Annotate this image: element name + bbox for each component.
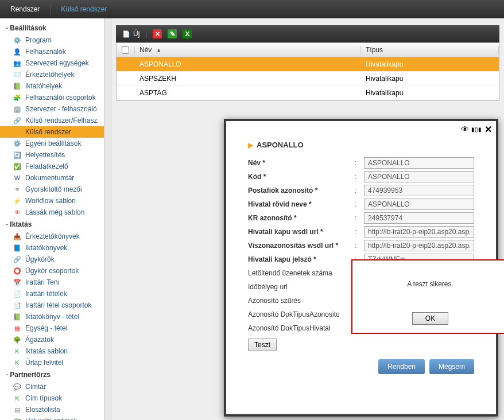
sidebar-item-icon: 🏢 — [13, 104, 22, 114]
label-letolt: Letöltendő üzenetek száma — [248, 269, 355, 277]
sidebar-item-label: Érkeztetőhelyek — [25, 71, 74, 79]
sidebar-item-label: Felhasználók — [25, 48, 66, 56]
toolbar-sep: | — [145, 30, 147, 38]
sidebar-item[interactable]: ▤Elosztólista — [0, 404, 104, 415]
sidebar-item[interactable]: 👥Szervezeti egységek — [0, 57, 104, 69]
tab-rendszer[interactable]: Rendszer — [0, 0, 50, 18]
sidebar-item[interactable]: ≡Gyorskitöltő mezői — [0, 184, 104, 195]
sidebar-item-label: Szervezeti egységek — [25, 59, 89, 67]
sidebar-section-title[interactable]: Beállítások — [0, 22, 104, 34]
sidebar-item[interactable]: 🌳Ágazatok — [0, 334, 104, 345]
tab-kulso-rendszer[interactable]: Külső rendszer — [51, 0, 117, 18]
sidebar-section-title[interactable]: Iktatás — [0, 218, 104, 231]
edit-button[interactable]: ✎ — [168, 29, 177, 38]
sidebar-item[interactable]: ✉️Érkeztetőhelyek — [0, 69, 104, 80]
sidebar-item[interactable]: 📅Irattári Terv — [0, 277, 104, 288]
sidebar-item[interactable]: 🧩Felhasználói csoportok — [0, 92, 104, 103]
sidebar-item-icon: 📗 — [13, 312, 22, 321]
sidebar-item-icon: 🔗 — [13, 255, 22, 264]
sidebar-item-label: Egyéni beállítások — [25, 139, 81, 147]
sidebar-item-label: Elosztólista — [25, 406, 60, 414]
sidebar-item-icon: ≡ — [13, 185, 22, 194]
input-nev[interactable] — [364, 157, 474, 169]
sidebar-item[interactable]: 👤Felhasználók — [0, 46, 104, 57]
barcode-icon[interactable]: ▮▯▮ — [472, 125, 481, 134]
sidebar-item-icon: K — [13, 358, 22, 367]
sidebar-item[interactable]: KIktatás sablon — [0, 345, 104, 357]
sidebar-item[interactable]: 📥Érkeztetőkönyvek — [0, 231, 104, 242]
sidebar-item[interactable]: 🔗Külső rendszer/Felhasz — [0, 115, 104, 126]
input-viszon[interactable] — [364, 240, 474, 251]
sidebar-item[interactable]: 🔄Helyettesítés — [0, 149, 104, 161]
label-postafiok: Postafiók azonosító * — [248, 186, 355, 195]
sort-asc-icon: ▲ — [156, 47, 161, 53]
sidebar-item-label: Gyorskitöltő mezői — [25, 185, 82, 193]
alert-box: A teszt sikeres. OK — [351, 259, 504, 334]
sidebar-item-icon: 📥 — [13, 232, 22, 241]
grid-header-checkbox[interactable] — [117, 46, 135, 54]
sidebar-item-icon: 👤 — [13, 47, 22, 56]
sidebar-item[interactable]: ●Külső rendszer — [0, 126, 104, 138]
sidebar-item[interactable]: 🗺Helyrajzi számok — [0, 415, 104, 420]
export-button[interactable]: X — [183, 29, 192, 38]
row-name-cell: ASPTAG — [135, 89, 361, 97]
sidebar-item[interactable]: 🏢Szervezet - felhasználó — [0, 103, 104, 115]
sidebar-item[interactable]: WDokumentumtár — [0, 172, 104, 184]
table-row[interactable]: ASPSZEKHHivatalikapu — [117, 72, 499, 86]
sidebar-item-label: Helyrajzi számok — [25, 417, 77, 420]
sidebar-item-label: Külső rendszer — [25, 128, 71, 136]
sidebar-item[interactable]: 🔗Ügykörök — [0, 254, 104, 265]
input-postafiok[interactable] — [364, 185, 474, 196]
sidebar-item-icon: 📗 — [13, 81, 22, 91]
delete-button[interactable]: ✕ — [153, 29, 162, 38]
sidebar-item-icon: 🌳 — [13, 335, 22, 344]
grid-header-name[interactable]: Név ▲ — [135, 46, 361, 54]
input-wsdl[interactable] — [364, 226, 474, 238]
sidebar-section-title[interactable]: Partnertörzs — [0, 368, 104, 381]
grid-toolbar: 📄 Új | ✕ ✎ X — [116, 25, 499, 42]
new-button[interactable]: 📄 Új — [122, 29, 139, 38]
sidebar-item[interactable]: ⚡Workflow sablon — [0, 195, 104, 207]
table-row[interactable]: ASPONALLOHivatalikapu — [117, 57, 499, 72]
sidebar-item-icon: ▤ — [13, 405, 22, 414]
table-row[interactable]: ASPTAGHivatalikapu — [117, 86, 499, 100]
sidebar-item-icon: 📘 — [13, 243, 22, 252]
input-kod[interactable] — [364, 171, 474, 182]
input-kr[interactable] — [364, 212, 474, 224]
close-icon[interactable]: ✕ — [483, 125, 493, 134]
sidebar-item[interactable]: 💬Címtár — [0, 381, 104, 392]
eye-icon[interactable]: 👁 — [460, 125, 470, 134]
sidebar-item[interactable]: ⚙️Egyéni beállítások — [0, 138, 104, 149]
sidebar-item[interactable]: KCím típusok — [0, 392, 104, 404]
sidebar-item-label: Érkeztetőkönyvek — [25, 232, 80, 240]
grid-header-type[interactable]: Típus — [361, 46, 499, 54]
sidebar-item[interactable]: 📘Iktatókönyvek — [0, 242, 104, 254]
sidebar-item[interactable]: ⭕Ügykör csoportok — [0, 265, 104, 277]
sidebar-item[interactable]: ▦Egység - tétel — [0, 322, 104, 334]
rendben-button[interactable]: Rendben — [378, 359, 425, 374]
sidebar-item[interactable]: 👁Lássák még sablon — [0, 207, 104, 218]
sidebar-item[interactable]: KŰrlap felvitel — [0, 357, 104, 368]
sidebar-item[interactable]: ✅Feladatkezelő — [0, 161, 104, 172]
sidebar-item[interactable]: 📗Iktatókönyv - tétel — [0, 311, 104, 322]
content-scroll-gutter[interactable] — [104, 18, 111, 420]
sidebar-item-icon: ✅ — [13, 162, 22, 171]
alert-ok-button[interactable]: OK — [412, 312, 448, 325]
sidebar-item[interactable]: 📑Irattári tétel csoportok — [0, 300, 104, 311]
sidebar-item[interactable]: 📗Iktatóhelyek — [0, 80, 104, 92]
sidebar-item-icon: 👁 — [13, 208, 22, 217]
sidebar-item[interactable]: ⚙️Program — [0, 34, 104, 46]
sidebar-item-icon: 👥 — [13, 59, 22, 68]
input-rovidnev[interactable] — [364, 199, 474, 210]
sidebar-item-label: Egység - tétel — [25, 324, 67, 332]
sidebar-item-label: Cím típusok — [25, 394, 62, 402]
delete-icon: ✕ — [153, 29, 162, 38]
sidebar-item-icon: ⚙️ — [13, 139, 22, 148]
teszt-button[interactable]: Teszt — [248, 339, 277, 351]
sidebar-item-label: Dokumentumtár — [25, 174, 74, 182]
sidebar-item[interactable]: 📄Irattári tételek — [0, 288, 104, 300]
megsem-button[interactable]: Mégsem — [429, 359, 474, 374]
sidebar-item-label: Iktatókönyv - tétel — [25, 313, 79, 321]
label-jelszo: Hivatali kapu jelszó * — [248, 255, 355, 263]
select-all-checkbox[interactable] — [122, 46, 129, 54]
